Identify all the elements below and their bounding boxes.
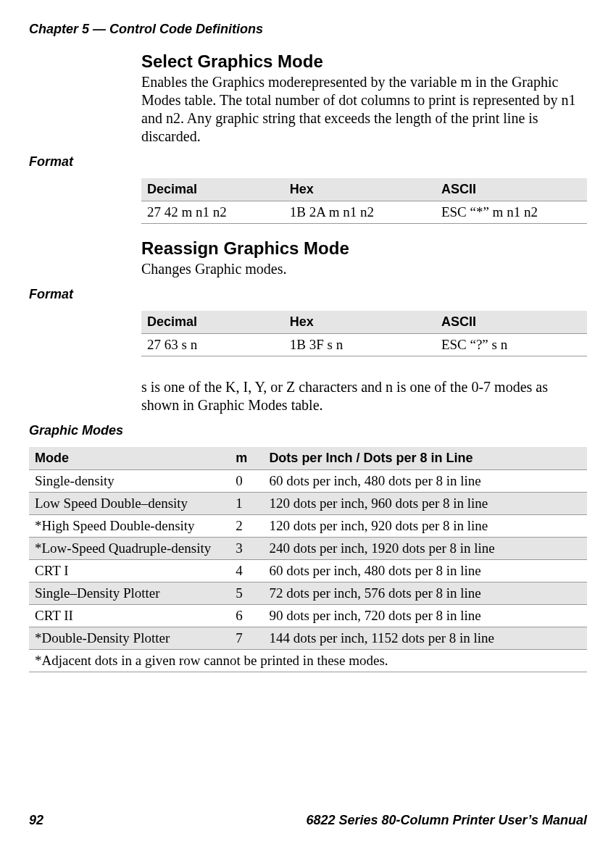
graphic-modes-label: Graphic Modes [29, 423, 587, 438]
cell-mode: CRT I [29, 560, 230, 582]
cell-desc: 240 dots per inch, 1920 dots per 8 in li… [263, 538, 587, 560]
cell-ascii: ESC “?” s n [436, 334, 587, 356]
cell-m: 4 [230, 560, 263, 582]
col-header-hex: Hex [284, 311, 436, 334]
section-desc-select-graphics: Enables the Graphics moderepresented by … [141, 73, 587, 146]
cell-mode: Single-density [29, 470, 230, 493]
manual-title: 6822 Series 80-Column Printer User’s Man… [306, 813, 587, 828]
table-row: CRT II 6 90 dots per inch, 720 dots per … [29, 605, 587, 627]
col-header-ascii: ASCII [436, 311, 587, 334]
col-header-ascii: ASCII [436, 178, 587, 201]
table-row: Single–Density Plotter 5 72 dots per inc… [29, 582, 587, 605]
format-table-2: Decimal Hex ASCII 27 63 s n 1B 3F s n ES… [141, 311, 587, 356]
format-label-2: Format [29, 287, 587, 302]
cell-m: 1 [230, 493, 263, 515]
cell-mode: *Double-Density Plotter [29, 627, 230, 650]
cell-m: 2 [230, 515, 263, 538]
cell-mode: CRT II [29, 605, 230, 627]
cell-desc: 72 dots per inch, 576 dots per 8 in line [263, 582, 587, 605]
cell-m: 0 [230, 470, 263, 493]
cell-desc: 120 dots per inch, 920 dots per 8 in lin… [263, 515, 587, 538]
col-header-hex: Hex [284, 178, 436, 201]
cell-hex: 1B 3F s n [284, 334, 436, 356]
chapter-header: Chapter 5 — Control Code Definitions [29, 22, 587, 37]
col-header-mode: Mode [29, 447, 230, 470]
table-row: 27 63 s n 1B 3F s n ESC “?” s n [141, 334, 587, 356]
col-header-dots: Dots per Inch / Dots per 8 in Line [263, 447, 587, 470]
table-row: Single-density 0 60 dots per inch, 480 d… [29, 470, 587, 493]
format-table-1: Decimal Hex ASCII 27 42 m n1 n2 1B 2A m … [141, 178, 587, 224]
cell-mode: *High Speed Double-density [29, 515, 230, 538]
cell-desc: 90 dots per inch, 720 dots per 8 in line [263, 605, 587, 627]
page-footer: 92 6822 Series 80-Column Printer User’s … [29, 813, 587, 828]
cell-m: 7 [230, 627, 263, 650]
cell-footnote: *Adjacent dots in a given row cannot be … [29, 650, 587, 672]
table-row: *Double-Density Plotter 7 144 dots per i… [29, 627, 587, 650]
section-title-select-graphics: Select Graphics Mode [141, 51, 587, 72]
cell-desc: 60 dots per inch, 480 dots per 8 in line [263, 560, 587, 582]
cell-desc: 120 dots per inch, 960 dots per 8 in lin… [263, 493, 587, 515]
cell-m: 5 [230, 582, 263, 605]
cell-decimal: 27 63 s n [141, 334, 284, 356]
cell-mode: Single–Density Plotter [29, 582, 230, 605]
cell-desc: 144 dots per inch, 1152 dots per 8 in li… [263, 627, 587, 650]
format-label-1: Format [29, 154, 587, 170]
section-desc-reassign-graphics: Changes Graphic modes. [141, 260, 587, 278]
page-number: 92 [29, 813, 43, 828]
cell-decimal: 27 42 m n1 n2 [141, 201, 284, 224]
post-table-text: s is one of the K, I, Y, or Z characters… [141, 378, 587, 414]
graphic-modes-table: Mode m Dots per Inch / Dots per 8 in Lin… [29, 447, 587, 672]
table-row: 27 42 m n1 n2 1B 2A m n1 n2 ESC “*” m n1… [141, 201, 587, 224]
cell-ascii: ESC “*” m n1 n2 [436, 201, 587, 224]
cell-m: 6 [230, 605, 263, 627]
section-title-reassign-graphics: Reassign Graphics Mode [141, 238, 587, 259]
cell-hex: 1B 2A m n1 n2 [284, 201, 436, 224]
table-row: *High Speed Double-density 2 120 dots pe… [29, 515, 587, 538]
table-row: Low Speed Double–density 1 120 dots per … [29, 493, 587, 515]
col-header-m: m [230, 447, 263, 470]
table-row: CRT I 4 60 dots per inch, 480 dots per 8… [29, 560, 587, 582]
cell-desc: 60 dots per inch, 480 dots per 8 in line [263, 470, 587, 493]
table-row: *Low-Speed Quadruple-density 3 240 dots … [29, 538, 587, 560]
cell-mode: *Low-Speed Quadruple-density [29, 538, 230, 560]
table-row-footnote: *Adjacent dots in a given row cannot be … [29, 650, 587, 672]
col-header-decimal: Decimal [141, 178, 284, 201]
col-header-decimal: Decimal [141, 311, 284, 334]
cell-m: 3 [230, 538, 263, 560]
cell-mode: Low Speed Double–density [29, 493, 230, 515]
